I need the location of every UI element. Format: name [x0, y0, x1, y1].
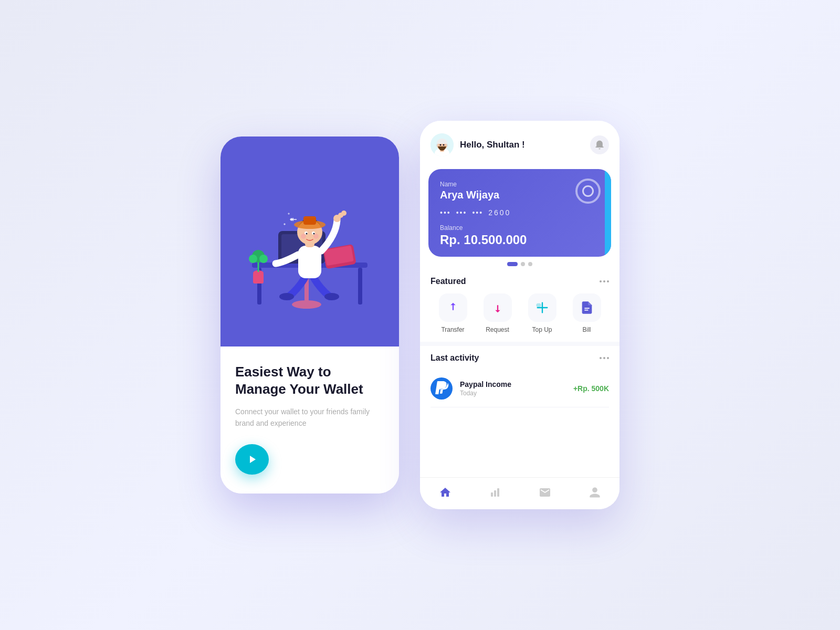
- card-number-last: 2600: [488, 208, 511, 217]
- phones-container: Easiest Way to Manage Your Wallet Connec…: [220, 121, 620, 509]
- notification-button[interactable]: [590, 135, 609, 154]
- activity-more-button[interactable]: [600, 357, 609, 359]
- card-name-label: Name: [440, 181, 600, 188]
- onboarding-content: Easiest Way to Manage Your Wallet Connec…: [220, 346, 399, 494]
- greeting-text: Hello, Shultan !: [460, 140, 525, 150]
- nav-home[interactable]: [430, 484, 460, 501]
- svg-point-31: [313, 234, 319, 239]
- svg-point-36: [440, 144, 442, 146]
- card-balance-label: Balance: [440, 224, 600, 232]
- chart-icon: [489, 486, 501, 499]
- avatar-image: [430, 133, 454, 156]
- svg-rect-18: [298, 246, 321, 278]
- dot-2: [521, 262, 525, 266]
- svg-point-37: [443, 144, 445, 146]
- transfer-icon-wrap: [439, 293, 467, 322]
- svg-point-14: [249, 255, 257, 263]
- topup-button[interactable]: Top Up: [528, 293, 556, 333]
- svg-point-16: [279, 293, 294, 300]
- activity-info: Paypal Income Today: [460, 380, 566, 397]
- topup-icon: [535, 300, 550, 315]
- user-avatar[interactable]: [430, 133, 454, 156]
- featured-section: Featured Trans: [420, 269, 620, 342]
- svg-rect-25: [303, 216, 316, 225]
- wallet-card[interactable]: Name Arya Wijaya ••• ••• ••• 2600 Balanc…: [428, 169, 611, 257]
- card-number: ••• ••• ••• 2600: [440, 208, 600, 217]
- featured-icons: Transfer Request: [430, 293, 609, 342]
- topup-icon-wrap: [528, 293, 556, 322]
- svg-rect-2: [358, 268, 362, 304]
- activity-header: Last activity: [430, 353, 609, 363]
- activity-name: Paypal Income: [460, 380, 566, 388]
- activity-section: Last activity Paypal Income: [420, 346, 620, 407]
- transfer-button[interactable]: Transfer: [439, 293, 467, 333]
- svg-point-4: [292, 300, 321, 309]
- play-button[interactable]: [235, 444, 269, 475]
- featured-header: Featured: [430, 277, 609, 286]
- svg-rect-40: [536, 303, 541, 307]
- onboarding-subtitle: Connect your wallet to your friends fami…: [235, 406, 384, 429]
- card-section: Name Arya Wijaya ••• ••• ••• 2600 Balanc…: [420, 163, 620, 257]
- card-dots-indicator: [420, 257, 620, 269]
- svg-rect-45: [497, 488, 499, 497]
- card-tab: [605, 169, 611, 257]
- svg-point-30: [301, 234, 306, 239]
- transfer-icon: [446, 300, 460, 315]
- svg-point-17: [324, 293, 339, 300]
- featured-more-button[interactable]: [600, 280, 609, 282]
- bottom-navigation: [420, 477, 620, 509]
- card-balance-amount: Rp. 10.500.000: [440, 233, 600, 247]
- message-icon: [539, 486, 551, 499]
- activity-item[interactable]: Paypal Income Today +Rp. 500K: [430, 370, 609, 407]
- nav-profile[interactable]: [580, 484, 610, 501]
- paypal-icon: [434, 381, 449, 396]
- nav-chart[interactable]: [480, 484, 510, 501]
- activity-date: Today: [460, 390, 566, 397]
- svg-rect-39: [541, 302, 542, 313]
- request-button[interactable]: Request: [484, 293, 512, 333]
- card-dots-3: •••: [472, 208, 483, 217]
- activity-title: Last activity: [430, 353, 479, 363]
- play-icon: [246, 453, 258, 466]
- bell-icon: [594, 140, 605, 150]
- bill-icon-wrap: [573, 293, 601, 322]
- header-left: Hello, Shultan !: [430, 133, 525, 156]
- phone-right: Hello, Shultan ! Name Arya Wij: [420, 121, 620, 509]
- card-dots-2: •••: [456, 208, 467, 217]
- activity-amount: +Rp. 500K: [573, 384, 609, 393]
- card-dots-1: •••: [440, 208, 451, 217]
- dot-1: [507, 262, 518, 266]
- onboarding-illustration: [220, 136, 399, 346]
- bill-button[interactable]: Bill: [573, 293, 601, 333]
- bill-label: Bill: [582, 326, 591, 333]
- character-svg: [236, 158, 383, 326]
- svg-rect-43: [491, 492, 493, 497]
- svg-point-21: [341, 211, 346, 216]
- nav-message[interactable]: [530, 484, 560, 501]
- featured-title: Featured: [430, 277, 466, 286]
- onboarding-title: Easiest Way to Manage Your Wallet: [235, 363, 384, 397]
- svg-rect-44: [494, 490, 496, 497]
- request-icon: [490, 300, 505, 315]
- svg-point-15: [259, 255, 268, 263]
- svg-point-28: [306, 233, 308, 235]
- profile-icon: [589, 486, 601, 499]
- request-label: Request: [486, 326, 509, 333]
- phone-left: Easiest Way to Manage Your Wallet Connec…: [220, 136, 399, 494]
- topup-label: Top Up: [532, 326, 552, 333]
- transfer-label: Transfer: [441, 326, 464, 333]
- bill-icon: [580, 300, 594, 315]
- request-icon-wrap: [484, 293, 512, 322]
- home-icon: [439, 486, 452, 499]
- dot-3: [528, 262, 532, 266]
- app-screen: Hello, Shultan ! Name Arya Wij: [420, 121, 620, 509]
- paypal-logo: [430, 377, 453, 400]
- app-header: Hello, Shultan !: [420, 121, 620, 163]
- content-spacer: [420, 407, 620, 477]
